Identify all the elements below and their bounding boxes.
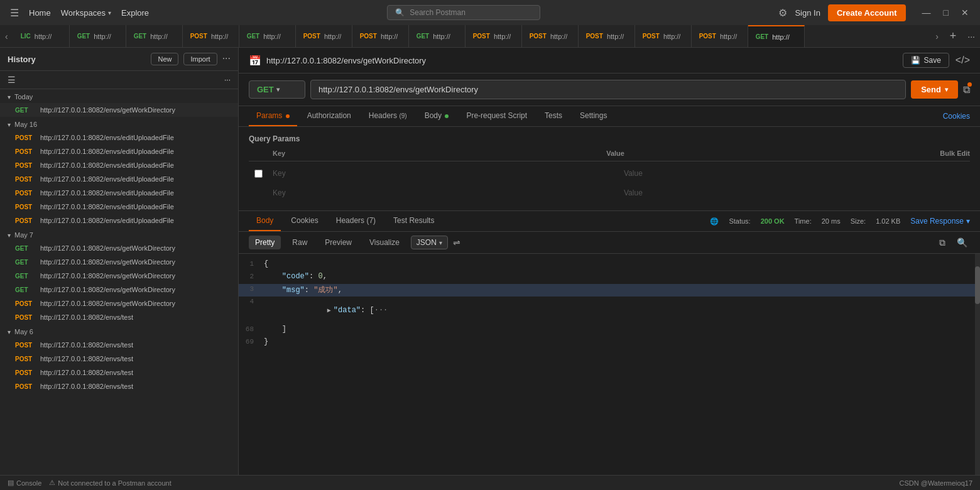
tab-scroll-right[interactable]: › [930, 31, 944, 41]
tab-headers[interactable]: Headers (9) [361, 106, 415, 126]
maximize-button[interactable]: □ [940, 5, 952, 20]
tab-body[interactable]: Body [417, 106, 457, 126]
tab-1[interactable]: GET http:// [70, 25, 126, 47]
history-item-may7-0[interactable]: GET http://127.0.0.1:8082/envs/getWorkDi… [0, 241, 238, 255]
tab-params[interactable]: Params [249, 106, 297, 126]
tab-0[interactable]: LIC http:// [13, 25, 70, 47]
history-group-may7-header[interactable]: ▾ May 7 [0, 227, 238, 241]
param-value-input-0[interactable] [619, 166, 970, 181]
tab-4[interactable]: GET http:// [239, 25, 296, 47]
history-item-may7-2[interactable]: GET http://127.0.0.1:8082/envs/getWorkDi… [0, 269, 238, 283]
tab-more-button[interactable]: ··· [962, 31, 980, 41]
format-raw-button[interactable]: Raw [286, 236, 313, 249]
tab-12[interactable]: POST http:// [692, 25, 748, 47]
history-item-may16-4[interactable]: POST http://127.0.0.1:8082/envs/editUplo… [0, 186, 238, 200]
settings-icon[interactable]: ⚙ [778, 7, 787, 19]
history-item-may7-4[interactable]: POST http://127.0.0.1:8082/envs/getWorkD… [0, 297, 238, 310]
tab-authorization[interactable]: Authorization [300, 106, 359, 126]
tab-5[interactable]: POST http:// [296, 25, 352, 47]
format-selector[interactable]: JSON ▾ [411, 236, 448, 249]
history-item-may6-1[interactable]: POST http://127.0.0.1:8082/envs/test [0, 352, 238, 366]
tab-scroll-left[interactable]: ‹ [0, 31, 13, 41]
param-value-input-1[interactable] [619, 186, 970, 200]
tab-8[interactable]: POST http:// [466, 25, 522, 47]
sidebar-filter-more[interactable]: ··· [224, 75, 231, 84]
group-label-may16: May 16 [14, 121, 37, 128]
tab-tests[interactable]: Tests [537, 106, 570, 126]
tab-2[interactable]: GET http:// [126, 25, 183, 47]
add-tab-button[interactable]: + [944, 30, 963, 43]
resp-tab-headers[interactable]: Headers (7) [329, 211, 383, 231]
history-group-may16-header[interactable]: ▾ May 16 [0, 117, 238, 131]
sign-in-button[interactable]: Sign In [795, 8, 820, 18]
tab-9[interactable]: POST http:// [522, 25, 579, 47]
create-account-button[interactable]: Create Account [828, 4, 906, 21]
format-preview-button[interactable]: Preview [318, 236, 358, 249]
resp-scrollbar-thumb[interactable] [975, 266, 980, 304]
param-key-input-0[interactable] [268, 166, 619, 181]
item-url: http://127.0.0.1:8082/envs/editUploadedF… [40, 217, 231, 224]
minimize-button[interactable]: — [918, 5, 935, 20]
history-item-may7-3[interactable]: GET http://127.0.0.1:8082/envs/getWorkDi… [0, 283, 238, 297]
send-button[interactable]: Send ▾ [911, 80, 958, 99]
history-item-may6-2[interactable]: POST http://127.0.0.1:8082/envs/test [0, 366, 238, 379]
format-pretty-button[interactable]: Pretty [249, 236, 281, 249]
resp-scrollbar[interactable] [975, 254, 980, 475]
resp-tab-body[interactable]: Body [249, 211, 281, 231]
history-group-may6-header[interactable]: ▾ May 6 [0, 324, 238, 338]
new-button[interactable]: New [151, 53, 178, 65]
bulk-edit-button[interactable]: Bulk Edit [940, 150, 970, 157]
nav-home[interactable]: Home [29, 8, 51, 18]
item-url: http://127.0.0.1:8082/envs/test [40, 383, 231, 390]
tab-13[interactable]: GET http:// [748, 25, 805, 47]
resp-tab-test-results[interactable]: Test Results [386, 211, 442, 231]
history-item-may16-2[interactable]: POST http://127.0.0.1:8082/envs/editUplo… [0, 158, 238, 172]
history-group-today-header[interactable]: ▾ Today [0, 89, 238, 103]
history-item-may7-5[interactable]: POST http://127.0.0.1:8082/envs/test [0, 310, 238, 324]
import-button[interactable]: Import [183, 53, 217, 65]
search-response-button[interactable]: 🔍 [954, 236, 970, 249]
request-url-title: http://127.0.0.1:8082/envs/getWorkDirect… [266, 56, 898, 65]
tab-settings[interactable]: Settings [572, 106, 614, 126]
tab-11[interactable]: POST http:// [635, 25, 692, 47]
history-item-may7-1[interactable]: GET http://127.0.0.1:8082/envs/getWorkDi… [0, 255, 238, 269]
url-input[interactable] [310, 80, 906, 99]
param-key-input-1[interactable] [268, 186, 619, 200]
save-response-button[interactable]: Save Response ▾ [910, 217, 970, 226]
copy-response-button[interactable]: ⧉ [937, 236, 948, 249]
history-item-may16-0[interactable]: POST http://127.0.0.1:8082/envs/editUplo… [0, 131, 238, 144]
filter-icon[interactable]: ☰ [8, 75, 16, 85]
save-button[interactable]: 💾 Save [903, 53, 949, 68]
close-button[interactable]: ✕ [957, 5, 972, 20]
collapse-arrow[interactable]: ▶ [327, 307, 331, 314]
tab-7[interactable]: GET http:// [409, 25, 466, 47]
resp-tab-cookies[interactable]: Cookies [283, 211, 325, 231]
tab-3[interactable]: POST http:// [183, 25, 239, 47]
method-badge-post: POST [15, 217, 35, 224]
wrap-icon[interactable]: ⇌ [453, 237, 460, 248]
history-item-today-0[interactable]: GET http://127.0.0.1:8082/envs/getWorkDi… [0, 103, 238, 117]
sidebar-more-icon[interactable]: ··· [222, 53, 231, 65]
method-select[interactable]: GET ▾ [249, 80, 305, 99]
param-checkbox-0[interactable] [254, 170, 263, 178]
save-response-label: Save Response [910, 217, 964, 226]
tab-10[interactable]: POST http:// [579, 25, 635, 47]
cookies-link[interactable]: Cookies [943, 112, 970, 121]
request-type-icon: 📅 [249, 55, 261, 67]
history-item-may6-0[interactable]: POST http://127.0.0.1:8082/envs/test [0, 338, 238, 352]
history-item-may16-6[interactable]: POST http://127.0.0.1:8082/envs/editUplo… [0, 214, 238, 227]
chevron-down-icon: ▾ [439, 239, 442, 246]
tab-pre-request[interactable]: Pre-request Script [459, 106, 535, 126]
history-item-may16-1[interactable]: POST http://127.0.0.1:8082/envs/editUplo… [0, 144, 238, 158]
history-item-may16-3[interactable]: POST http://127.0.0.1:8082/envs/editUplo… [0, 172, 238, 186]
tab-6[interactable]: POST http:// [352, 25, 409, 47]
code-icon[interactable]: </> [956, 55, 970, 66]
nav-explore[interactable]: Explore [121, 8, 149, 18]
history-item-may16-5[interactable]: POST http://127.0.0.1:8082/envs/editUplo… [0, 200, 238, 214]
format-visualize-button[interactable]: Visualize [363, 236, 406, 249]
hamburger-icon[interactable]: ☰ [8, 4, 21, 21]
search-input-wrap[interactable]: 🔍 Search Postman [387, 5, 540, 20]
console-button[interactable]: ▤ Console [8, 479, 41, 487]
nav-workspaces[interactable]: Workspaces ▾ [61, 8, 111, 18]
history-item-may6-3[interactable]: POST http://127.0.0.1:8082/envs/test [0, 379, 238, 393]
